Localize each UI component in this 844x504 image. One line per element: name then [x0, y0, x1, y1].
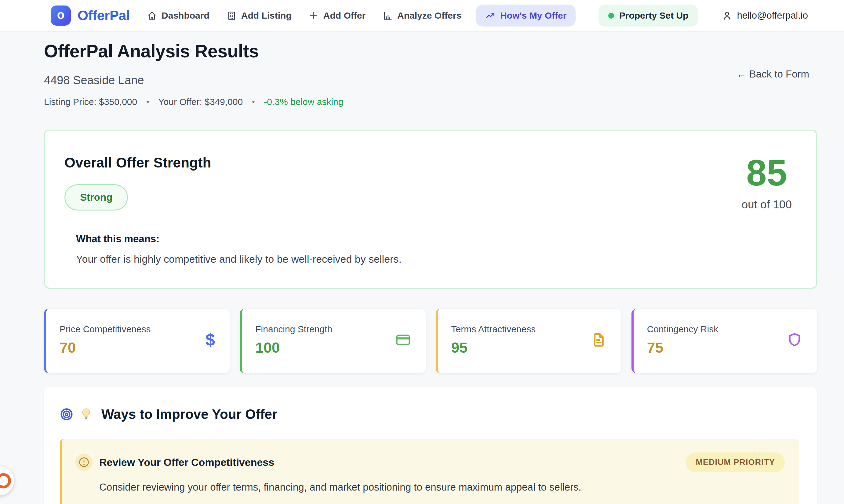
nav-item-hows-my-offer[interactable]: How's My Offer [476, 4, 575, 26]
home-icon [147, 11, 157, 21]
listing-price: Listing Price: $350,000 [44, 97, 137, 107]
nav-item-dashboard[interactable]: Dashboard [147, 11, 209, 21]
trending-up-icon [485, 11, 496, 21]
ways-header: Ways to Improve Your Offer [60, 407, 799, 422]
recommendation-title: Review Your Offer Competitiveness [99, 456, 274, 468]
meaning-label: What this means: [76, 233, 793, 245]
widget-ring-icon [0, 473, 11, 488]
metric-value: 75 [647, 339, 718, 356]
offer-meta-row: Listing Price: $350,000 • Your Offer: $3… [44, 97, 817, 107]
metric-label: Financing Strength [255, 324, 332, 335]
plus-icon [309, 11, 319, 21]
recommendation-card: Review Your Offer Competitiveness MEDIUM… [60, 439, 799, 504]
metric-value: 100 [255, 339, 332, 356]
rating-badge: Strong [65, 184, 128, 211]
metric-card-price-competitiveness: Price Competitiveness 70 $ [44, 309, 230, 373]
metric-card-terms-attractiveness: Terms Attractiveness 95 [436, 309, 621, 373]
property-address: 4498 Seaside Lane [44, 74, 817, 87]
user-icon [722, 11, 732, 21]
metric-label: Contingency Risk [647, 324, 718, 335]
score-block: 85 out of 100 [741, 155, 792, 211]
brand[interactable]: o OfferPal [51, 5, 130, 25]
page-title: OfferPal Analysis Results [44, 41, 817, 61]
metric-card-financing-strength: Financing Strength 100 [240, 309, 425, 373]
recommendation-body: Consider reviewing your offer terms, fin… [99, 482, 785, 493]
nav-item-label: Analyze Offers [397, 11, 461, 21]
metric-label: Terms Attractiveness [451, 324, 536, 335]
meaning-block: What this means: Your offer is highly co… [76, 233, 793, 265]
ways-title: Ways to Improve Your Offer [101, 407, 277, 422]
building-icon [227, 11, 237, 21]
dollar-icon: $ [206, 331, 215, 348]
alert-circle-icon [75, 454, 92, 471]
main-content: OfferPal Analysis Results 4498 Seaside L… [0, 41, 844, 504]
separator-dot: • [146, 97, 149, 107]
green-dot-icon [608, 13, 614, 19]
metric-label: Price Competitiveness [59, 324, 151, 335]
nav-item-analyze-offers[interactable]: Analyze Offers [383, 11, 461, 21]
nav-item-label: Add Offer [323, 11, 365, 21]
shield-icon [787, 332, 803, 348]
metric-value: 70 [59, 339, 151, 356]
metric-cards-row: Price Competitiveness 70 $ Financing Str… [44, 309, 817, 373]
lightbulb-icon [80, 408, 92, 421]
your-offer: Your Offer: $349,000 [158, 97, 243, 107]
nav-item-label: How's My Offer [500, 11, 566, 21]
offerpal-logo-icon: o [51, 5, 71, 25]
ways-to-improve-card: Ways to Improve Your Offer Review Your O… [44, 387, 817, 504]
nav-item-label: Dashboard [161, 11, 209, 21]
bar-chart-icon [383, 11, 393, 21]
account-email: hello@offerpal.io [737, 10, 808, 21]
nav-item-label: Add Listing [241, 11, 292, 21]
nav-item-add-offer[interactable]: Add Offer [309, 11, 365, 21]
separator-dot: • [252, 97, 255, 107]
property-setup-badge[interactable]: Property Set Up [599, 4, 698, 26]
target-icon [60, 408, 73, 421]
credit-card-icon [395, 332, 411, 348]
nav-item-add-listing[interactable]: Add Listing [227, 11, 292, 21]
priority-badge: MEDIUM PRIORITY [686, 452, 785, 472]
below-asking-delta: -0.3% below asking [264, 97, 343, 107]
back-to-form-link[interactable]: ← Back to Form [737, 68, 809, 80]
account-menu[interactable]: hello@offerpal.io [722, 10, 808, 21]
metric-value: 95 [451, 339, 536, 356]
top-nav: o OfferPal Dashboard Add Listing Add Off… [0, 0, 844, 31]
overall-score: 85 [741, 155, 792, 191]
overall-strength-card: Overall Offer Strength Strong 85 out of … [44, 130, 817, 289]
meaning-text: Your offer is highly competitive and lik… [76, 253, 793, 265]
overall-strength-title: Overall Offer Strength [65, 155, 211, 171]
logo-letter: o [57, 8, 65, 22]
document-icon [591, 332, 607, 348]
property-setup-label: Property Set Up [619, 11, 689, 21]
score-caption: out of 100 [741, 198, 792, 211]
metric-card-contingency-risk: Contingency Risk 75 [632, 309, 817, 373]
brand-name: OfferPal [77, 7, 130, 23]
